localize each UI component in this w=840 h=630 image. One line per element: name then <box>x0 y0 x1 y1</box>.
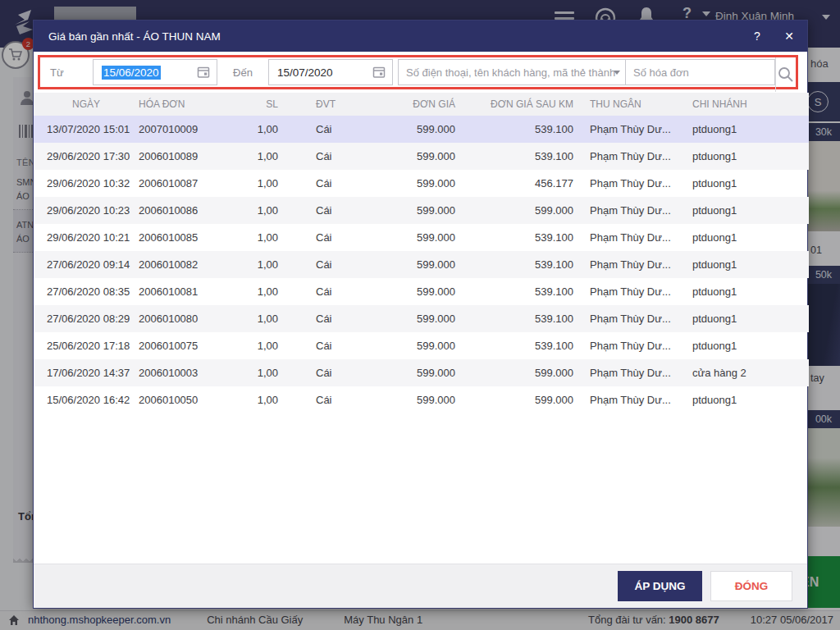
invoice-number-input[interactable] <box>626 59 775 85</box>
from-date-input[interactable]: 15/06/2020 <box>93 59 217 85</box>
table-row[interactable]: 29/06/2020 10:232006010086 1,00Cái 599.0… <box>34 197 809 224</box>
table-row[interactable]: 29/06/2020 10:322006010087 1,00Cái 599.0… <box>34 170 809 197</box>
close-button[interactable]: ĐÓNG <box>710 571 792 601</box>
table-empty-area <box>34 413 807 564</box>
search-icon <box>777 66 795 84</box>
dialog-help-button[interactable]: ? <box>743 30 771 43</box>
col-qty: SL <box>233 93 280 116</box>
price-table-body: 13/07/2020 15:012007010009 1,00Cái 599.0… <box>34 116 809 413</box>
calendar-icon[interactable] <box>372 66 386 79</box>
to-date-value: 15/07/2020 <box>277 66 372 79</box>
table-row[interactable]: 29/06/2020 10:212006010085 1,00Cái 599.0… <box>34 224 809 251</box>
table-row[interactable]: 17/06/2020 14:372006010003 1,00Cái 599.0… <box>34 359 809 386</box>
table-row[interactable]: 15/06/2020 16:422006010050 1,00Cái 599.0… <box>34 386 809 413</box>
from-date-label: Từ <box>40 66 93 79</box>
table-row[interactable]: 27/06/2020 08:352006010081 1,00Cái 599.0… <box>34 278 809 305</box>
calendar-icon[interactable] <box>197 66 210 79</box>
col-price: ĐƠN GIÁ <box>372 93 457 116</box>
latest-price-dialog: Giá bán gần nhất - ÁO THUN NAM ? ✕ Từ 15… <box>33 20 808 609</box>
price-history-table: NGÀY HÓA ĐƠN SL ĐVT ĐƠN GIÁ ĐƠN GIÁ SAU … <box>34 93 807 413</box>
close-icon[interactable]: ✕ <box>771 30 807 43</box>
col-date: NGÀY <box>34 93 139 116</box>
table-row[interactable]: 29/06/2020 17:302006010089 1,00Cái 599.0… <box>34 143 809 170</box>
filter-highlight-box: Từ 15/06/2020 Đến 15/07/2020 <box>38 55 798 89</box>
to-date-input[interactable]: 15/07/2020 <box>268 59 393 85</box>
col-price-after-promo: ĐƠN GIÁ SAU KM <box>457 93 575 116</box>
table-row[interactable]: 27/06/2020 08:292006010080 1,00Cái 599.0… <box>34 305 809 332</box>
table-row[interactable]: 27/06/2020 09:142006010082 1,00Cái 599.0… <box>34 251 809 278</box>
apply-button[interactable]: ÁP DỤNG <box>618 571 702 601</box>
filter-section: Từ 15/06/2020 Đến 15/07/2020 <box>34 52 807 93</box>
dialog-title: Giá bán gần nhất - ÁO THUN NAM <box>34 30 743 43</box>
chevron-down-icon <box>614 71 620 75</box>
col-cashier: THU NGÂN <box>575 93 686 116</box>
col-invoice: HÓA ĐƠN <box>139 93 233 116</box>
from-date-value: 15/06/2020 <box>102 66 161 80</box>
customer-filter-dropdown[interactable]: Số điện thoại, tên khách hàng, mã thẻ th… <box>398 59 626 85</box>
to-date-label: Đến <box>217 66 268 79</box>
table-header: NGÀY HÓA ĐƠN SL ĐVT ĐƠN GIÁ ĐƠN GIÁ SAU … <box>34 93 809 116</box>
col-unit: ĐVT <box>280 93 372 116</box>
search-button[interactable] <box>775 57 796 92</box>
dialog-footer: ÁP DỤNG ĐÓNG <box>34 564 807 608</box>
customer-filter-placeholder: Số điện thoại, tên khách hàng, mã thẻ th… <box>406 66 615 79</box>
table-row[interactable]: 13/07/2020 15:012007010009 1,00Cái 599.0… <box>34 116 809 143</box>
dialog-header: Giá bán gần nhất - ÁO THUN NAM ? ✕ <box>34 21 807 52</box>
col-branch: CHI NHÁNH <box>686 93 809 116</box>
table-row[interactable]: 25/06/2020 17:182006010075 1,00Cái 599.0… <box>34 332 809 359</box>
